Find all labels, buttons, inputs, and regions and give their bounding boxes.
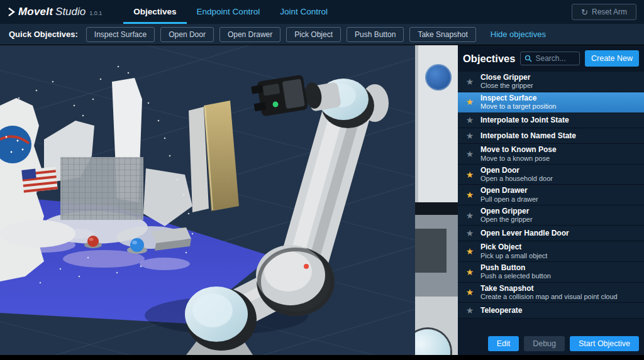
version-label: 1.0.1 — [89, 10, 102, 16]
quick-objective-push-button[interactable]: Push Button — [347, 27, 404, 42]
objective-subtitle: Close the gripper — [480, 82, 533, 90]
brand-name: MoveIt — [18, 6, 53, 18]
objective-subtitle: Open a household door — [480, 175, 553, 183]
objective-title: Take Snapshot — [480, 284, 618, 293]
objective-row-move-to-known-pose[interactable]: ★Move to Known PoseMove to a known pose — [458, 144, 644, 165]
moveit-studio-app: MoveIt Studio 1.0.1 ObjectivesEndpoint C… — [0, 0, 644, 360]
star-icon[interactable]: ★ — [464, 131, 475, 141]
top-bar: MoveIt Studio 1.0.1 ObjectivesEndpoint C… — [0, 0, 644, 24]
app-logo: MoveIt Studio 1.0.1 — [8, 6, 102, 18]
tab-objectives[interactable]: Objectives — [123, 0, 186, 24]
objective-title: Open Drawer — [480, 186, 538, 195]
objective-text: Interpolate to Named State — [480, 131, 576, 140]
objective-subtitle: Push a selected button — [480, 272, 551, 280]
objectives-panel: Objectives Create New ★Close GripperClos… — [458, 45, 644, 355]
quick-objective-take-snapshot[interactable]: Take Snapshot — [409, 27, 475, 42]
objective-row-interpolate-to-joint-state[interactable]: ★Interpolate to Joint State — [458, 112, 644, 128]
camera-feed-mid-image — [415, 215, 458, 297]
star-icon[interactable]: ★ — [464, 228, 475, 238]
objective-text: Open Lever Handle Door — [480, 229, 569, 237]
reset-arm-button[interactable]: ↻ Reset Arm — [572, 4, 636, 20]
start-objective-button[interactable]: Start Objective — [570, 336, 639, 351]
objective-row-interpolate-to-named-state[interactable]: ★Interpolate to Named State — [458, 128, 644, 144]
objective-row-teleoperate[interactable]: ★Teleoperate — [458, 303, 644, 319]
objective-text: Open GripperOpen the gripper — [480, 207, 533, 224]
quick-objective-pick-object[interactable]: Pick Object — [286, 27, 341, 42]
objective-text: Teleoperate — [480, 306, 522, 315]
objective-title: Open Lever Handle Door — [480, 229, 569, 237]
grid-fence — [60, 157, 143, 220]
camera-feed-door-image — [415, 45, 458, 202]
quick-objective-inspect-surface[interactable]: Inspect Surface — [86, 27, 155, 42]
objective-title: Interpolate to Named State — [480, 131, 576, 140]
objective-row-open-gripper[interactable]: ★Open GripperOpen the gripper — [458, 205, 644, 226]
debug-button[interactable]: Debug — [524, 336, 565, 351]
star-icon[interactable]: ★ — [464, 210, 475, 221]
objective-title: Inspect Surface — [480, 94, 556, 102]
search-box[interactable] — [520, 52, 580, 65]
objective-row-open-lever-handle-door[interactable]: ★Open Lever Handle Door — [458, 226, 644, 241]
objective-subtitle: Move to a known pose — [480, 155, 557, 163]
objective-text: Push ButtonPush a selected button — [480, 263, 551, 281]
objective-row-inspect-surface[interactable]: ★Inspect SurfaceMove to a target positio… — [458, 92, 644, 113]
3d-viewport[interactable] — [0, 45, 415, 355]
objective-row-push-button[interactable]: ★Push ButtonPush a selected button — [458, 262, 644, 283]
objective-subtitle: Open the gripper — [480, 215, 533, 224]
objective-text: Open DrawerPull open a drawer — [480, 186, 538, 204]
objective-title: Push Button — [480, 263, 551, 272]
objectives-panel-header: Objectives Create New — [458, 45, 644, 72]
objective-title: Open Gripper — [480, 207, 533, 215]
camera-nasa-logo — [425, 64, 452, 90]
logo-chevron-icon — [8, 7, 16, 17]
door-panel — [189, 101, 239, 212]
quick-objectives-label: Quick Objectives: — [9, 30, 78, 39]
hide-objectives-link[interactable]: Hide objectives — [491, 30, 546, 39]
objective-text: Inspect SurfaceMove to a target position — [480, 94, 556, 111]
camera-feed-strip — [415, 45, 458, 355]
create-new-button[interactable]: Create New — [585, 50, 639, 67]
objective-subtitle: Pull open a drawer — [480, 195, 538, 204]
tab-endpoint-control[interactable]: Endpoint Control — [187, 0, 270, 24]
objective-text: Move to Known PoseMove to a known pose — [480, 145, 557, 163]
star-icon[interactable]: ★ — [464, 190, 475, 200]
edit-button[interactable]: Edit — [488, 336, 519, 351]
star-icon[interactable]: ★ — [464, 170, 475, 180]
joint-marker — [304, 264, 309, 269]
star-icon[interactable]: ★ — [464, 267, 475, 277]
star-icon[interactable]: ★ — [464, 115, 475, 125]
reset-arm-label: Reset Arm — [592, 8, 627, 16]
camera-robot-joint — [415, 329, 450, 355]
objective-text: Close GripperClose the gripper — [480, 73, 533, 90]
objective-text: Pick ObjectPick up a small object — [480, 243, 547, 260]
main-tabs: ObjectivesEndpoint ControlJoint Control — [123, 0, 338, 24]
camera-feed-shape — [415, 229, 447, 273]
star-icon[interactable]: ★ — [464, 305, 475, 315]
objective-subtitle: Create a collision map and visual point … — [480, 293, 618, 301]
star-icon[interactable]: ★ — [464, 287, 475, 297]
objective-row-open-drawer[interactable]: ★Open DrawerPull open a drawer — [458, 185, 644, 205]
main-area: Objectives Create New ★Close GripperClos… — [0, 45, 644, 355]
star-icon[interactable]: ★ — [464, 149, 475, 159]
objective-row-take-snapshot[interactable]: ★Take SnapshotCreate a collision map and… — [458, 283, 644, 303]
objective-row-pick-object[interactable]: ★Pick ObjectPick up a small object — [458, 241, 644, 262]
objective-text: Take SnapshotCreate a collision map and … — [480, 284, 618, 302]
objective-title: Open Door — [480, 166, 553, 175]
objective-subtitle: Move to a target position — [480, 102, 556, 111]
objective-row-close-gripper[interactable]: ★Close GripperClose the gripper — [458, 72, 644, 92]
camera-feed-bottom-image — [415, 297, 458, 355]
quick-objective-open-door[interactable]: Open Door — [160, 27, 214, 42]
quick-objectives-bar: Quick Objectives: Inspect SurfaceOpen Do… — [0, 24, 644, 45]
us-flag — [21, 166, 57, 192]
star-icon[interactable]: ★ — [464, 246, 475, 256]
brand-suffix: Studio — [55, 6, 86, 18]
objective-row-open-door[interactable]: ★Open DoorOpen a household door — [458, 165, 644, 185]
objective-title: Teleoperate — [480, 306, 522, 315]
search-input[interactable] — [535, 54, 575, 63]
star-icon[interactable]: ★ — [464, 77, 475, 87]
reset-icon: ↻ — [581, 8, 588, 16]
objectives-list: ★Close GripperClose the gripper★Inspect … — [458, 72, 644, 332]
tab-joint-control[interactable]: Joint Control — [270, 0, 338, 24]
star-icon[interactable]: ★ — [464, 97, 475, 107]
panel-actions: Edit Debug Start Objective — [458, 332, 644, 355]
quick-objective-open-drawer[interactable]: Open Drawer — [219, 27, 280, 42]
